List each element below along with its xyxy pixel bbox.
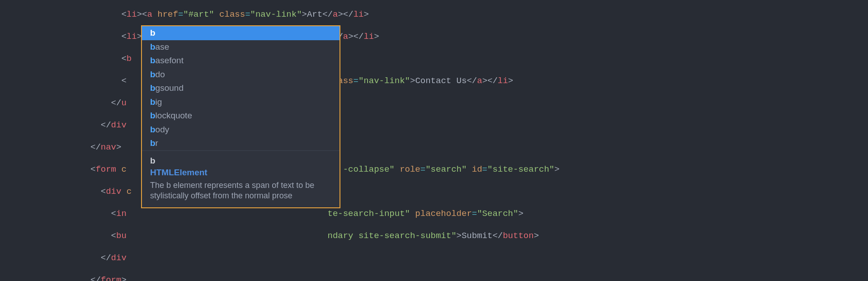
- autocomplete-item[interactable]: blockquote: [142, 109, 340, 123]
- code-line: <bu ndary site-search-submit">Submit</bu…: [90, 230, 560, 242]
- autocomplete-doc: b HTMLElement The b element represents a…: [142, 150, 340, 207]
- autocomplete-doc-name: b: [150, 155, 331, 167]
- autocomplete-doc-description: The b element represents a span of text …: [150, 180, 331, 201]
- autocomplete-item[interactable]: br: [142, 136, 340, 150]
- code-line: </form>: [90, 275, 560, 281]
- autocomplete-item[interactable]: bdo: [142, 68, 340, 82]
- autocomplete-item[interactable]: b: [142, 26, 340, 40]
- code-line: </div: [90, 253, 560, 264]
- autocomplete-item[interactable]: bgsound: [142, 81, 340, 95]
- autocomplete-popup: b base basefont bdo bgsound big blockquo…: [141, 25, 340, 208]
- autocomplete-doc-type: HTMLElement: [150, 167, 331, 178]
- autocomplete-item[interactable]: basefont: [142, 54, 340, 68]
- code-line: <li><a href="#art" class="nav-link">Art<…: [90, 9, 560, 20]
- autocomplete-list: b base basefont bdo bgsound big blockquo…: [142, 26, 340, 150]
- autocomplete-item[interactable]: body: [142, 123, 340, 137]
- autocomplete-item[interactable]: big: [142, 95, 340, 109]
- code-line: <in te-search-input" placeholder="Search…: [90, 208, 560, 220]
- autocomplete-item[interactable]: base: [142, 40, 340, 54]
